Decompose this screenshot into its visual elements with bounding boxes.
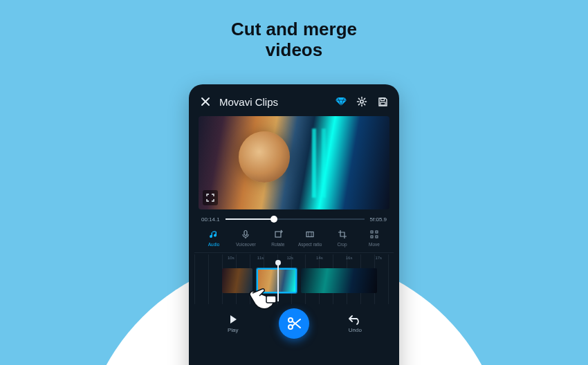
bottom-bar: Play Undo: [194, 304, 394, 339]
timeline-ruler: 10s 11s 12s 14s 16s 17s: [194, 254, 394, 260]
tool-move[interactable]: Move: [360, 229, 388, 247]
svg-rect-9: [376, 236, 378, 238]
svg-rect-8: [371, 236, 373, 238]
crop-icon: [338, 230, 347, 239]
move-icon: [369, 230, 379, 239]
timeline-clip-selected[interactable]: [257, 268, 297, 293]
aspect-icon: [305, 230, 315, 239]
timeline-clip[interactable]: [222, 268, 252, 293]
diamond-icon: [336, 97, 347, 106]
fullscreen-icon: [206, 194, 214, 202]
video-preview[interactable]: [199, 116, 389, 209]
rotate-icon: [273, 230, 283, 239]
settings-button[interactable]: [355, 95, 369, 109]
headline-line-1: Cut and merge: [0, 19, 588, 40]
svg-rect-3: [244, 231, 247, 236]
app-bar: Movavi Clips: [194, 91, 394, 112]
scissors-icon: [286, 316, 302, 331]
app-title: Movavi Clips: [219, 96, 278, 108]
svg-rect-7: [376, 231, 378, 233]
svg-rect-6: [371, 231, 373, 233]
time-current: 00:14.1: [201, 216, 220, 223]
playhead[interactable]: [277, 263, 279, 301]
svg-rect-5: [306, 232, 313, 237]
save-icon: [378, 97, 388, 107]
play-button[interactable]: Play: [216, 314, 250, 333]
promo-headline: Cut and merge videos: [0, 0, 588, 61]
audio-icon: [209, 230, 219, 239]
gear-icon: [356, 96, 367, 107]
fullscreen-button[interactable]: [203, 190, 218, 205]
mic-icon: [241, 230, 250, 239]
phone-frame: Movavi Clips 00:14.1 5f:05.9 Audio: [189, 84, 399, 365]
time-bar: 00:14.1 5f:05.9: [194, 209, 394, 226]
tool-audio[interactable]: Audio: [200, 229, 228, 247]
tool-rotate[interactable]: Rotate: [264, 229, 292, 247]
svg-rect-2: [380, 102, 385, 105]
undo-button[interactable]: Undo: [338, 314, 372, 333]
close-button[interactable]: [199, 95, 212, 109]
cut-button[interactable]: [279, 308, 309, 339]
timeline[interactable]: 10s 11s 12s 14s 16s 17s: [194, 254, 394, 304]
svg-point-0: [360, 100, 363, 103]
undo-icon: [349, 314, 361, 325]
tool-voiceover[interactable]: Voiceover: [232, 229, 259, 247]
seek-thumb[interactable]: [270, 216, 277, 223]
tool-row: Audio Voiceover Rotate Aspect ratio Crop…: [194, 226, 394, 253]
svg-rect-1: [380, 98, 384, 101]
headline-line-2: videos: [0, 40, 588, 61]
time-total: 5f:05.9: [370, 216, 387, 223]
close-icon: [201, 97, 210, 106]
svg-rect-10: [266, 296, 276, 303]
tool-aspect[interactable]: Aspect ratio: [296, 229, 324, 247]
play-icon: [228, 314, 239, 325]
premium-button[interactable]: [334, 95, 348, 109]
seek-slider[interactable]: [226, 215, 365, 223]
svg-rect-4: [275, 232, 281, 237]
tool-crop[interactable]: Crop: [329, 229, 356, 247]
save-button[interactable]: [376, 95, 389, 109]
timeline-clip[interactable]: [301, 268, 377, 293]
